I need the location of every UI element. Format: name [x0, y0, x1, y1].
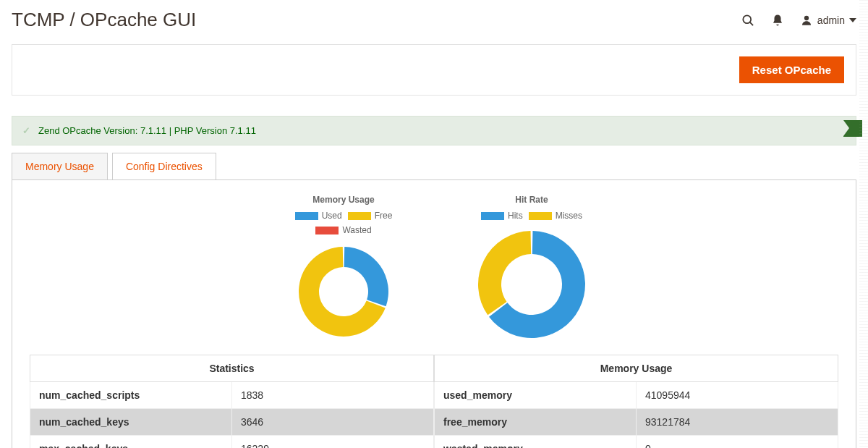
- legend-item: Misses: [529, 211, 582, 221]
- donut-chart: [474, 227, 590, 345]
- reset-opcache-button[interactable]: Reset OPcache: [739, 56, 844, 83]
- status-banner: Zend OPcache Version: 7.1.11 | PHP Versi…: [12, 116, 856, 145]
- search-icon[interactable]: [741, 13, 755, 28]
- hit-rate-chart: Hit Rate Hits Misses: [474, 195, 590, 345]
- memory-usage-chart: Memory Usage Used Free Wasted: [278, 195, 409, 345]
- legend-item: Hits: [481, 211, 523, 221]
- page-ruler: [859, 0, 868, 448]
- content-panel: Memory Usage Used Free Wasted Hit Rate H…: [12, 179, 856, 448]
- tab-config-directives[interactable]: Config Directives: [112, 153, 216, 179]
- table-row: max_cached_keys16229: [30, 436, 434, 449]
- user-icon: [800, 13, 813, 28]
- user-label: admin: [817, 14, 845, 26]
- table-header: Memory Usage: [435, 355, 838, 382]
- page-title: TCMP / OPcache GUI: [12, 9, 196, 31]
- chart-title: Memory Usage: [312, 195, 374, 205]
- table-row: used_memory41095944: [435, 382, 838, 409]
- svg-line-1: [750, 22, 753, 25]
- status-flag-icon: [843, 120, 862, 137]
- user-menu[interactable]: admin: [800, 13, 856, 28]
- table-row: num_cached_keys3646: [30, 409, 434, 436]
- statistics-table: Statistics num_cached_scripts1838 num_ca…: [30, 355, 434, 448]
- table-row: wasted_memory0: [435, 436, 838, 449]
- memory-usage-table: Memory Usage used_memory41095944 free_me…: [434, 355, 838, 448]
- svg-point-2: [804, 15, 809, 20]
- table-row: num_cached_scripts1838: [30, 382, 434, 409]
- table-header: Statistics: [30, 355, 434, 382]
- donut-chart: [293, 241, 394, 345]
- chevron-down-icon: [849, 17, 856, 24]
- chart-title: Hit Rate: [515, 195, 548, 205]
- table-row: free_memory93121784: [435, 409, 838, 436]
- notifications-icon[interactable]: [771, 13, 784, 28]
- legend-item: Wasted: [315, 225, 371, 235]
- legend-item: Used: [295, 211, 342, 221]
- svg-point-0: [743, 15, 751, 23]
- toolbar: Reset OPcache: [12, 44, 856, 96]
- tab-list: Memory Usage Config Directives: [12, 153, 856, 179]
- tab-memory-usage[interactable]: Memory Usage: [12, 153, 108, 179]
- legend-item: Free: [348, 211, 393, 221]
